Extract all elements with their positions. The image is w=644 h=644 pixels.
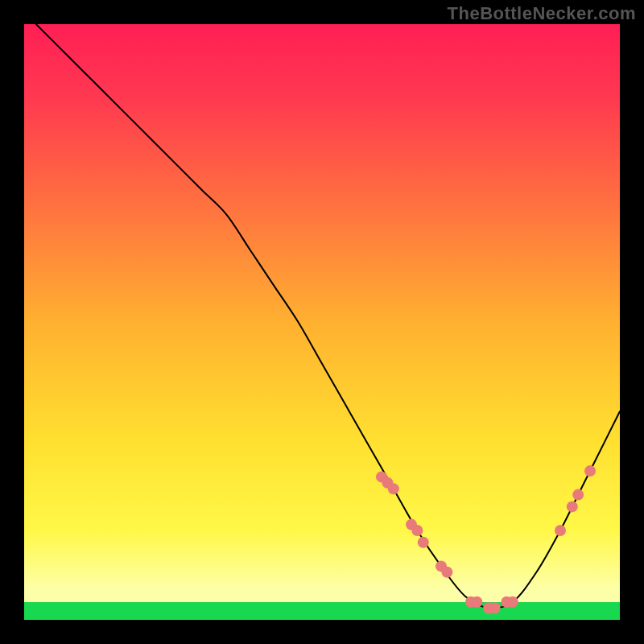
data-point-marker [555,525,566,536]
attribution-label: TheBottleNecker.com [448,3,636,24]
plot-svg [24,24,620,620]
data-point-marker [411,525,423,536]
data-point-marker [567,501,578,512]
chart-frame: TheBottleNecker.com [0,0,644,644]
plot-area [24,24,620,620]
data-point-marker [507,597,518,608]
data-point-marker [489,602,501,613]
data-point-marker [471,597,482,608]
data-point-marker [388,483,399,494]
data-point-marker [418,537,429,548]
data-point-marker [441,567,452,578]
data-point-marker [584,465,596,477]
data-point-marker [572,489,584,501]
gradient-background [24,24,620,620]
